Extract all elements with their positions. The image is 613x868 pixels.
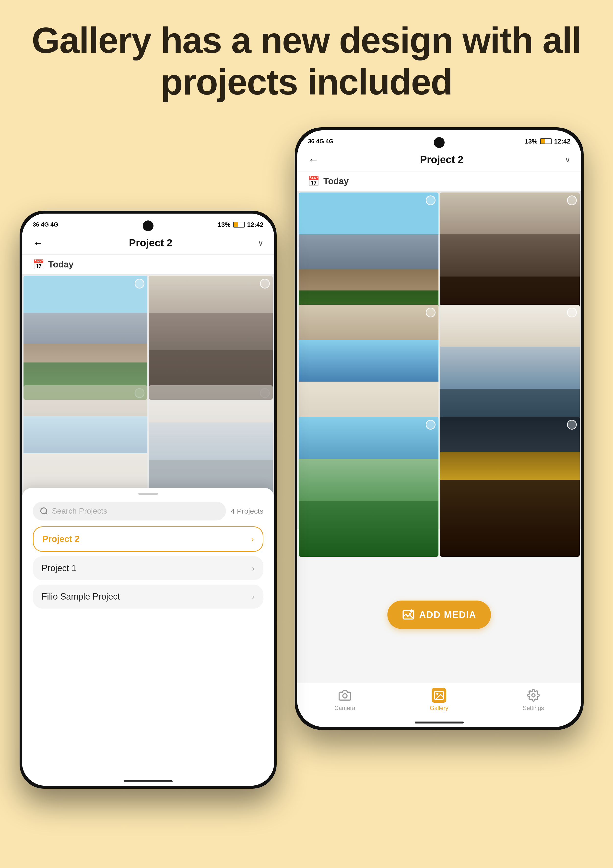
app-header-back: ← Project 2 ∨	[297, 148, 581, 171]
today-bar-back: 📅 Today	[297, 171, 581, 191]
battery-text-back: 13%	[525, 138, 537, 145]
camera-hole-back	[434, 137, 444, 148]
project-count: 4 Projects	[231, 507, 263, 515]
svg-point-7	[532, 694, 535, 697]
project-item-name-2: Filio Sample Project	[42, 592, 252, 602]
nav-camera[interactable]: Camera	[334, 688, 355, 711]
sheet-handle	[138, 493, 158, 495]
gallery-nav-icon	[432, 688, 446, 703]
project-item-0[interactable]: Project 2 ›	[33, 526, 263, 552]
photo-cell-f1[interactable]	[23, 276, 147, 400]
bottom-nav-back: Camera Gallery	[297, 683, 581, 727]
add-media-label: ADD MEDIA	[419, 610, 476, 620]
settings-nav-icon	[526, 688, 541, 703]
bottom-sheet: Search Projects 4 Projects Project 2 › P…	[22, 488, 274, 786]
nav-gallery[interactable]: Gallery	[430, 688, 448, 711]
signal-text-front: 36 4G 4G	[33, 221, 58, 228]
header-chevron-back[interactable]: ∨	[565, 155, 570, 164]
project-item-1[interactable]: Project 1 ›	[33, 556, 263, 580]
project-item-name-0: Project 2	[42, 534, 251, 544]
today-bar-front: 📅 Today	[22, 255, 274, 274]
today-label-front: Today	[48, 259, 73, 270]
header-title-back: Project 2	[319, 154, 565, 166]
phone-back: 36 4G 4G 13% 12:42 ← Project 2 ∨ 📅 Today	[295, 127, 584, 730]
status-left-back: 36 4G 4G	[308, 138, 333, 145]
svg-line-9	[46, 513, 48, 515]
photo-cell-6[interactable]	[440, 417, 580, 557]
photo-grid-back	[297, 191, 581, 529]
add-media-icon	[402, 608, 415, 621]
header-chevron-front[interactable]: ∨	[258, 238, 263, 248]
photo-grid-front	[22, 274, 274, 495]
home-indicator-back	[415, 722, 464, 724]
gallery-nav-label: Gallery	[430, 705, 448, 711]
headline-line2: projects included	[161, 62, 452, 102]
home-indicator-front	[124, 780, 173, 782]
project-chevron-1: ›	[252, 564, 255, 573]
time-front: 12:42	[247, 221, 264, 228]
camera-nav-label: Camera	[334, 705, 355, 711]
phone-front: 36 4G 4G 13% 12:42 ← Project 2 ∨ 📅 Today	[20, 211, 277, 789]
phone-back-screen: 36 4G 4G 13% 12:42 ← Project 2 ∨ 📅 Today	[297, 130, 581, 727]
status-right-back: 13% 12:42	[525, 138, 570, 145]
battery-text-front: 13%	[218, 221, 231, 228]
settings-nav-label: Settings	[523, 705, 544, 711]
battery-bar-front	[233, 222, 245, 228]
search-row: Search Projects 4 Projects	[33, 502, 263, 521]
svg-point-4	[343, 694, 347, 698]
signal-text-back: 36 4G 4G	[308, 138, 333, 145]
project-item-2[interactable]: Filio Sample Project ›	[33, 584, 263, 609]
search-box[interactable]: Search Projects	[33, 502, 226, 521]
headline: Gallery has a new design with all projec…	[0, 0, 613, 113]
phones-area: 36 4G 4G 13% 12:42 ← Project 2 ∨ 📅 Today	[0, 127, 613, 838]
nav-settings[interactable]: Settings	[523, 688, 544, 711]
svg-point-8	[41, 508, 47, 514]
camera-hole-front	[143, 220, 153, 231]
time-back: 12:42	[554, 138, 571, 145]
app-header-front: ← Project 2 ∨	[22, 231, 274, 255]
back-arrow-front[interactable]: ←	[33, 237, 43, 249]
project-chevron-0: ›	[251, 535, 254, 544]
calendar-icon-front: 📅	[33, 259, 44, 270]
project-list: Project 2 › Project 1 › Filio Sample Pro…	[33, 526, 263, 609]
status-right-front: 13% 12:42	[218, 221, 263, 228]
battery-bar-back	[540, 138, 552, 144]
project-item-name-1: Project 1	[42, 563, 252, 574]
project-chevron-2: ›	[252, 592, 255, 601]
back-arrow-back[interactable]: ←	[308, 153, 319, 166]
search-icon	[40, 507, 48, 516]
today-label-back: Today	[324, 176, 348, 186]
status-left-front: 36 4G 4G	[33, 221, 58, 228]
add-media-button[interactable]: ADD MEDIA	[387, 601, 491, 629]
photo-cell-5[interactable]	[299, 417, 438, 557]
photo-cell-f2[interactable]	[149, 276, 273, 400]
calendar-icon-back: 📅	[308, 176, 319, 187]
search-placeholder: Search Projects	[52, 507, 107, 516]
phone-front-screen: 36 4G 4G 13% 12:42 ← Project 2 ∨ 📅 Today	[22, 214, 274, 786]
headline-line1: Gallery has a new design with all	[32, 20, 581, 60]
header-title-front: Project 2	[43, 237, 258, 249]
svg-point-6	[437, 693, 438, 694]
camera-nav-icon	[337, 688, 352, 703]
